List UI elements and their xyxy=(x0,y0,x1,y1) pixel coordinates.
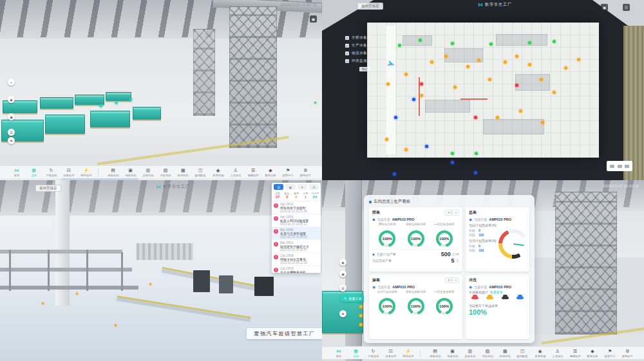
toolbar-item-14[interactable]: ◆数据分析 xyxy=(584,349,601,358)
scene-marker-button[interactable]: + xyxy=(8,79,15,86)
device-dot[interactable] xyxy=(489,42,493,46)
device-dot[interactable] xyxy=(394,116,397,119)
toolbar-item-12[interactable]: ♙人员定位 xyxy=(227,168,244,177)
toolbar-item-1[interactable]: ▦总览 xyxy=(25,168,43,177)
device-dot[interactable] xyxy=(475,152,478,155)
toolbar-item-6[interactable]: ▣涂装车间 xyxy=(444,349,461,358)
device-dot[interactable] xyxy=(420,94,423,97)
device-dot[interactable] xyxy=(519,109,522,113)
toolbar-item-5[interactable]: ▤焊装车间 xyxy=(104,168,122,177)
toolbar-item-11[interactable]: ◉质量检测 xyxy=(209,168,227,177)
scene-marker-button[interactable]: ▣ xyxy=(339,270,346,277)
device-dot[interactable] xyxy=(412,98,415,101)
alarm-item[interactable]: !B线·OP12输送链张力偏差过大2023-02-15 09:30:47 xyxy=(272,240,321,253)
device-dot[interactable] xyxy=(515,84,518,87)
toolbar-item-2[interactable]: ↻产线巡检 xyxy=(365,349,382,358)
device-dot[interactable] xyxy=(504,60,507,64)
toolbar-item-4[interactable]: ⚡能耗监控 xyxy=(77,168,95,177)
device-dot[interactable] xyxy=(528,63,531,66)
device-dot[interactable] xyxy=(466,65,469,68)
toolbar-item-15[interactable]: ⚑报警中心 xyxy=(601,349,619,358)
device-dot[interactable] xyxy=(541,121,544,124)
device-dot[interactable] xyxy=(564,66,567,69)
checkbox-icon[interactable]: ✓ xyxy=(345,51,349,55)
scene-marker-button[interactable]: ⚑ xyxy=(339,310,346,317)
layer-item-2[interactable]: ✓物流设备 xyxy=(345,51,367,55)
back-button[interactable]: 返回主场景 xyxy=(357,3,383,10)
device-dot[interactable] xyxy=(451,42,454,45)
alarm-item[interactable]: !C线·OP08焊枪冷却水流量低2023-02-15 09:12:26 xyxy=(272,253,321,266)
car-icon[interactable] xyxy=(471,297,478,299)
range-dropdown[interactable]: 本日▾ xyxy=(445,277,459,283)
back-button[interactable]: 返回主场景 xyxy=(35,185,61,192)
alarm-item[interactable]: !A线·OP20机器人R03伺服报警2023-02-15 10:05:12 xyxy=(272,214,321,227)
toolbar-item-11[interactable]: ◉质量检测 xyxy=(531,349,549,358)
alarm-tab-3[interactable]: ⚙ xyxy=(309,184,319,190)
device-dot[interactable] xyxy=(540,78,543,81)
toolbar-item-6[interactable]: ▣涂装车间 xyxy=(122,168,139,177)
device-dot[interactable] xyxy=(430,60,433,64)
scene-marker-button[interactable]: ◉ xyxy=(8,96,15,103)
toolbar-item-13[interactable]: ☰视频监控 xyxy=(566,349,583,358)
toolbar-item-10[interactable]: ◫物流配送 xyxy=(514,349,531,358)
toolbar-item-1[interactable]: ▦总览 xyxy=(347,349,365,358)
scene-marker-button[interactable]: ▣ xyxy=(8,113,15,120)
menu-button[interactable]: ☰ xyxy=(623,4,630,11)
toolbar-item-16[interactable]: ⚙系统设置 xyxy=(297,168,314,177)
toolbar-item-13[interactable]: ☰视频监控 xyxy=(244,168,261,177)
car-icon[interactable] xyxy=(502,297,509,299)
alarm-item[interactable]: !B线·OP05夹具气压异常报警2023-02-15 09:48:03 xyxy=(272,227,321,240)
device-dot[interactable] xyxy=(577,58,580,61)
device-dot[interactable] xyxy=(404,73,408,76)
car-icon[interactable] xyxy=(516,297,524,299)
device-dot[interactable] xyxy=(385,138,388,141)
toolbar-item-7[interactable]: ▥总装车间 xyxy=(461,349,478,358)
device-dot[interactable] xyxy=(474,171,477,174)
toolbar-item-12[interactable]: ♙人员定位 xyxy=(549,349,566,358)
scene-marker-button[interactable]: ⚑ xyxy=(8,137,15,144)
alarm-tab-1[interactable]: ◉ xyxy=(285,184,295,190)
toolbar-item-10[interactable]: ◫物流配送 xyxy=(192,168,209,177)
device-dot[interactable] xyxy=(404,148,408,151)
alarm-tab-0[interactable]: ☰ xyxy=(274,184,283,190)
view-workorder-button[interactable]: ✎ 查看工单 xyxy=(340,295,366,302)
factory-floorplan[interactable] xyxy=(367,23,599,158)
device-dot[interactable] xyxy=(451,152,454,155)
device-dot[interactable] xyxy=(444,55,448,58)
checkbox-icon[interactable]: ✓ xyxy=(345,59,349,63)
device-dot[interactable] xyxy=(451,161,454,164)
device-dot[interactable] xyxy=(398,44,401,47)
collapse-button[interactable]: 收起 xyxy=(359,67,370,71)
alarm-tab-2[interactable]: ▾ xyxy=(298,184,307,190)
toolbar-item-15[interactable]: ⚑报警中心 xyxy=(279,168,297,177)
device-dot[interactable] xyxy=(474,116,477,119)
toolbar-item-2[interactable]: ↻产线巡检 xyxy=(43,168,60,177)
toolbar-item-4[interactable]: ⚡能耗监控 xyxy=(399,349,417,358)
scene-marker-button[interactable]: ☰ xyxy=(339,284,346,292)
map-controls[interactable] xyxy=(607,161,632,171)
device-dot[interactable] xyxy=(477,59,480,62)
device-dot[interactable] xyxy=(420,82,423,86)
device-dot[interactable] xyxy=(553,40,556,43)
device-dot[interactable] xyxy=(515,55,518,58)
toolbar-item-16[interactable]: ⚙系统设置 xyxy=(619,349,636,358)
device-dot[interactable] xyxy=(419,39,422,42)
toolbar-item-0[interactable]: ⋈首页 xyxy=(8,168,25,177)
toolbar-item-3[interactable]: ☷设备监控 xyxy=(382,349,399,358)
layer-item-1[interactable]: ✓生产设备 xyxy=(345,43,367,48)
scene-marker-button[interactable]: ☰ xyxy=(8,129,15,136)
toolbar-item-9[interactable]: ▩电池车间 xyxy=(175,168,192,177)
see-more-link[interactable]: 查看更多 xyxy=(490,290,503,294)
checkbox-icon[interactable]: ✓ xyxy=(345,36,349,40)
device-dot[interactable] xyxy=(386,82,390,86)
checkbox-icon[interactable]: ✓ xyxy=(345,44,349,48)
toolbar-item-0[interactable]: ⋈首页 xyxy=(330,349,347,358)
toolbar-item-14[interactable]: ◆数据分析 xyxy=(262,168,279,177)
toolbar-item-8[interactable]: ▧冲压车间 xyxy=(479,349,497,358)
alarm-item[interactable]: !C线·OP15安全光栅触发停机2023-02-15 08:55:10 xyxy=(272,266,321,273)
toolbar-item-5[interactable]: ▤焊装车间 xyxy=(426,349,444,358)
alarm-item[interactable]: !A线·OP10焊装线体节拍超时2023-02-15 10:21:36 xyxy=(272,201,321,214)
expand-button[interactable]: ▣ xyxy=(310,15,317,23)
device-dot[interactable] xyxy=(393,172,396,176)
layer-item-0[interactable]: ✓全部设备 xyxy=(345,35,367,40)
